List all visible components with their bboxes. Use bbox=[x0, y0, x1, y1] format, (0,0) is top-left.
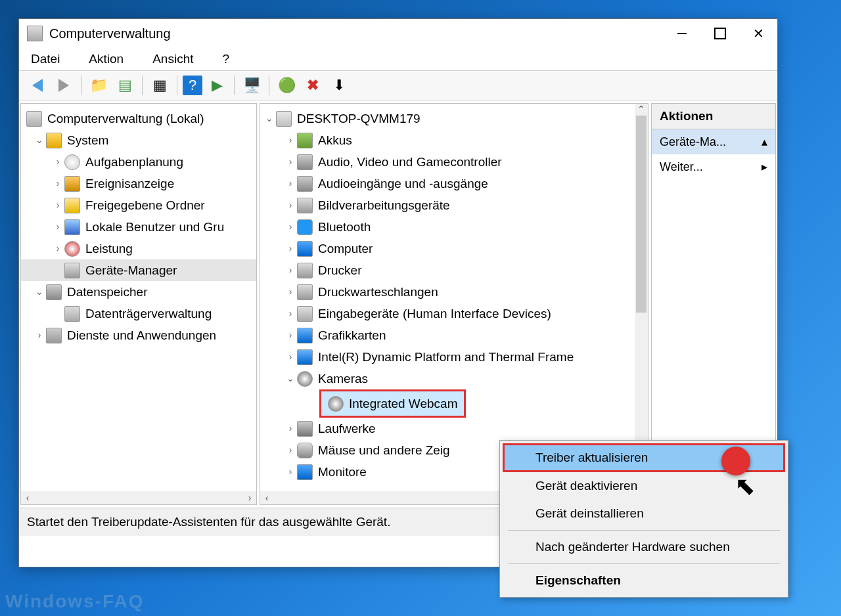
enable-button[interactable]: 🟢 bbox=[275, 74, 298, 97]
dev-printqueue[interactable]: ›Druckwarteschlangen bbox=[260, 281, 633, 303]
performance-icon bbox=[64, 241, 80, 257]
app-icon bbox=[27, 26, 43, 41]
titlebar[interactable]: Computerverwaltung ✕ bbox=[19, 19, 777, 48]
ctx-uninstall-device[interactable]: Gerät deinstallieren bbox=[503, 500, 785, 527]
tree-device-manager[interactable]: Geräte-Manager bbox=[21, 259, 256, 281]
scrollbar-vertical[interactable]: ⌃ bbox=[635, 104, 648, 491]
monitor-icon bbox=[297, 241, 313, 257]
storage-icon bbox=[46, 284, 62, 300]
tree-eventviewer[interactable]: ›Ereignisanzeige bbox=[21, 173, 256, 194]
disk-icon bbox=[64, 306, 80, 322]
services-icon bbox=[46, 328, 62, 343]
bluetooth-icon bbox=[297, 219, 313, 235]
gpu-icon bbox=[297, 328, 313, 343]
menu-action[interactable]: Aktion bbox=[83, 49, 129, 69]
watermark: Windows-FAQ bbox=[5, 591, 145, 612]
tree-root[interactable]: Computerverwaltung (Lokal) bbox=[21, 108, 256, 129]
up-button[interactable]: 📁 bbox=[87, 74, 110, 97]
dev-imaging[interactable]: ›Bildverarbeitungsgeräte bbox=[260, 194, 633, 216]
menu-help[interactable]: ? bbox=[217, 49, 235, 69]
maximize-button[interactable] bbox=[701, 20, 739, 47]
dev-avgame[interactable]: ›Audio, Video und Gamecontroller bbox=[260, 151, 633, 173]
action-more[interactable]: Weiter...▸ bbox=[652, 154, 775, 179]
action-device-manager[interactable]: Geräte-Ma...▴ bbox=[652, 129, 775, 154]
printer-icon bbox=[297, 263, 313, 278]
drive-icon bbox=[297, 421, 313, 437]
show-hide-button[interactable]: ▤ bbox=[113, 74, 137, 97]
ctx-separator bbox=[508, 530, 780, 531]
tree-performance[interactable]: ›Leistung bbox=[21, 238, 256, 259]
webcam-icon bbox=[328, 396, 344, 412]
device-manager-icon bbox=[64, 263, 80, 278]
actions-header: Aktionen bbox=[652, 104, 775, 129]
dev-drives[interactable]: ›Laufwerke bbox=[260, 418, 633, 439]
tree-users[interactable]: ›Lokale Benutzer und Gru bbox=[21, 216, 256, 238]
tree-shared[interactable]: ›Freigegebene Ordner bbox=[21, 194, 256, 216]
tree-diskmgmt[interactable]: Datenträgerverwaltung bbox=[21, 303, 256, 324]
update-button[interactable]: ⬇ bbox=[327, 74, 351, 97]
tree-scheduler[interactable]: ›Aufgabenplanung bbox=[21, 151, 256, 173]
event-icon bbox=[64, 176, 80, 192]
print-queue-icon bbox=[297, 284, 313, 300]
tools-icon bbox=[46, 133, 62, 148]
console-tree-pane: Computerverwaltung (Lokal) ⌄System ›Aufg… bbox=[20, 103, 257, 505]
dev-webcam[interactable]: Integrated Webcam bbox=[260, 389, 633, 418]
delete-button[interactable]: ✖ bbox=[301, 74, 325, 97]
dev-battery[interactable]: ›Akkus bbox=[260, 129, 633, 151]
dev-gpu[interactable]: ›Grafikkarten bbox=[260, 324, 633, 346]
menubar: Datei Aktion Ansicht ? bbox=[19, 48, 777, 70]
speaker-icon bbox=[297, 154, 313, 170]
help-button[interactable]: ? bbox=[183, 76, 202, 95]
folder-icon bbox=[64, 198, 80, 213]
display-icon bbox=[297, 464, 313, 480]
computer-icon bbox=[26, 111, 42, 127]
chip-icon bbox=[297, 349, 313, 365]
back-button[interactable] bbox=[26, 74, 49, 97]
cursor-icon: ⬉ bbox=[735, 472, 756, 500]
dev-hid[interactable]: ›Eingabegeräte (Human Interface Devices) bbox=[260, 303, 633, 324]
tree-storage[interactable]: ⌄Datenspeicher bbox=[21, 281, 256, 303]
arrow-left-icon bbox=[32, 79, 43, 92]
action-button[interactable]: ▶ bbox=[205, 74, 229, 97]
pc-icon bbox=[276, 111, 292, 127]
dev-root[interactable]: ⌄DESKTOP-QVMM179 bbox=[260, 108, 633, 129]
scan-button[interactable]: 🖥️ bbox=[240, 74, 263, 97]
menu-view[interactable]: Ansicht bbox=[147, 49, 198, 69]
dev-computer[interactable]: ›Computer bbox=[260, 238, 633, 259]
dev-printers[interactable]: ›Drucker bbox=[260, 259, 633, 281]
dev-audio[interactable]: ›Audioeingänge und -ausgänge bbox=[260, 173, 633, 194]
minimize-button[interactable] bbox=[663, 20, 701, 47]
ctx-separator bbox=[508, 563, 780, 564]
collapse-icon: ▴ bbox=[761, 135, 767, 149]
dev-intel[interactable]: ›Intel(R) Dynamic Platform and Thermal F… bbox=[260, 346, 633, 368]
window-title: Computerverwaltung bbox=[49, 26, 663, 41]
tree-system[interactable]: ⌄System bbox=[21, 129, 256, 151]
ctx-scan-hardware[interactable]: Nach geänderter Hardware suchen bbox=[503, 533, 785, 561]
hid-icon bbox=[297, 306, 313, 322]
camera-icon bbox=[297, 371, 313, 387]
properties-button[interactable]: ▦ bbox=[148, 74, 171, 97]
users-icon bbox=[64, 219, 80, 235]
arrow-right-icon: ▸ bbox=[761, 160, 767, 174]
toolbar: 📁 ▤ ▦ ? ▶ 🖥️ 🟢 ✖ ⬇ bbox=[19, 70, 777, 100]
dev-cameras[interactable]: ⌄Kameras bbox=[260, 368, 633, 389]
imaging-icon bbox=[297, 198, 313, 213]
scrollbar-horizontal[interactable]: ‹› bbox=[21, 491, 256, 504]
menu-file[interactable]: Datei bbox=[26, 49, 65, 69]
forward-button[interactable] bbox=[52, 74, 76, 97]
battery-icon bbox=[297, 133, 313, 148]
tree-services[interactable]: ›Dienste und Anwendungen bbox=[21, 324, 256, 346]
close-button[interactable]: ✕ bbox=[739, 20, 777, 47]
clock-icon bbox=[64, 154, 80, 170]
dev-bluetooth[interactable]: ›Bluetooth bbox=[260, 216, 633, 238]
audio-icon bbox=[297, 176, 313, 192]
arrow-right-icon bbox=[58, 79, 69, 92]
ctx-properties[interactable]: Eigenschaften bbox=[503, 567, 785, 594]
mouse-icon bbox=[297, 443, 313, 458]
